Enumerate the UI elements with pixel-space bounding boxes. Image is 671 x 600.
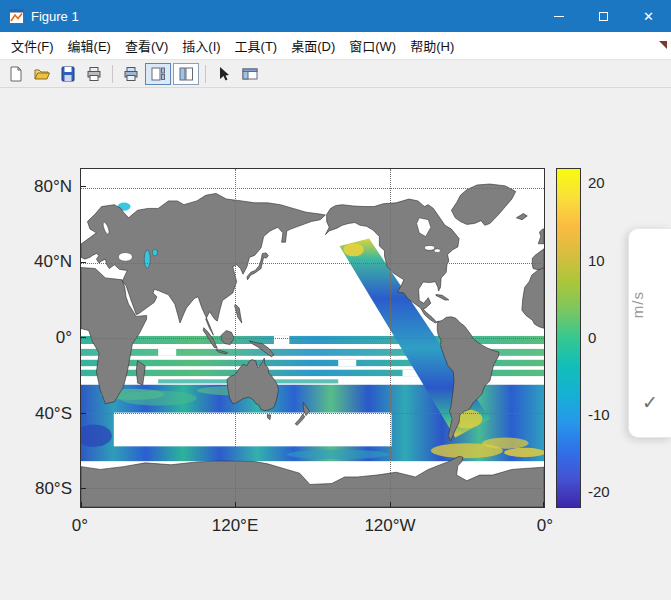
close-icon: ✕ — [643, 10, 654, 23]
print-preview-button[interactable] — [119, 63, 143, 85]
figure-palette-icon — [149, 65, 167, 83]
xtick-120e: 120°E — [195, 516, 275, 536]
property-editor-button[interactable] — [238, 63, 262, 85]
aral-sea — [152, 249, 157, 256]
property-editor-icon — [241, 65, 259, 83]
print-icon — [85, 65, 103, 83]
maximize-button[interactable] — [581, 0, 626, 32]
print-button[interactable] — [82, 63, 106, 85]
menu-help[interactable]: 帮助(H) — [403, 31, 461, 60]
colorbar-tick-0: 0 — [588, 329, 630, 347]
print-preview-icon — [122, 65, 140, 83]
xtick-0e: 0° — [40, 516, 120, 536]
window-controls: ✕ — [536, 0, 671, 32]
colorbar-tick-neg10: -10 — [588, 406, 630, 424]
plot-browser-icon — [177, 65, 195, 83]
window-title: Figure 1 — [31, 9, 79, 24]
figure-palette-toggle-button[interactable] — [145, 63, 171, 85]
toolbar-separator — [112, 65, 113, 83]
world-map — [81, 169, 544, 507]
black-sea — [118, 253, 132, 262]
colorbar-tick-neg20: -20 — [588, 483, 630, 501]
toolbar-separator — [205, 65, 206, 83]
colorbar-gradient — [556, 168, 581, 508]
menubar-overflow-icon[interactable] — [659, 41, 667, 49]
landmass-antarctica — [81, 456, 544, 507]
menu-insert[interactable]: 插入(I) — [175, 31, 227, 60]
menu-tools[interactable]: 工具(T) — [228, 31, 285, 60]
caspian-sea — [144, 250, 150, 268]
landmass-uk-fragment — [538, 229, 544, 244]
menubar: 文件(F) 编辑(E) 查看(V) 插入(I) 工具(T) 桌面(D) 窗口(W… — [0, 32, 671, 60]
menu-edit[interactable]: 编辑(E) — [61, 31, 118, 60]
save-button[interactable] — [56, 63, 80, 85]
colorbar-tick-20: 20 — [588, 174, 630, 192]
new-document-button[interactable] — [4, 63, 28, 85]
menu-desktop[interactable]: 桌面(D) — [284, 31, 342, 60]
landmass-west-africa-fragment — [522, 268, 544, 329]
figure-toolbar — [0, 60, 671, 88]
matlab-figure-icon — [9, 9, 24, 24]
landmass-greenland — [451, 184, 515, 225]
landmass-cuba — [436, 294, 449, 300]
landmass-philippines — [235, 304, 242, 323]
ytick-80n: 80°N — [0, 177, 72, 197]
figure-canvas: 80°N 40°N 0° 40°S 80°S 0° 120°E 120°W 0°… — [0, 88, 671, 600]
edit-plot-arrow-icon — [215, 65, 233, 83]
maximize-icon — [599, 12, 608, 21]
close-button[interactable]: ✕ — [626, 0, 671, 32]
great-lakes — [434, 249, 440, 253]
menu-file[interactable]: 文件(F) — [4, 31, 61, 60]
minimize-button[interactable] — [536, 0, 581, 32]
titlebar: Figure 1 ✕ — [0, 0, 671, 32]
units-label: m/s — [629, 291, 671, 318]
ytick-80s: 80°S — [0, 479, 72, 499]
xtick-120w: 120°W — [350, 516, 430, 536]
open-folder-button[interactable] — [30, 63, 54, 85]
great-lakes — [424, 245, 434, 250]
flyout-panel: m/s ✓ — [628, 228, 671, 438]
new-document-icon — [7, 65, 25, 83]
menu-window[interactable]: 窗口(W) — [342, 31, 403, 60]
menu-view[interactable]: 查看(V) — [118, 31, 175, 60]
plot-browser-toggle-button[interactable] — [173, 63, 199, 85]
edit-plot-button[interactable] — [212, 63, 236, 85]
xtick-0w: 0° — [505, 516, 585, 536]
figure-window: Figure 1 ✕ 文件(F) 编辑(E) 查看(V) 插入(I) 工具(T)… — [0, 0, 671, 600]
open-folder-icon — [33, 65, 51, 83]
ytick-40n: 40°N — [0, 252, 72, 272]
save-icon — [59, 65, 77, 83]
ytick-0: 0° — [0, 328, 72, 348]
map-axes — [80, 168, 545, 508]
landmass-iberia-fragment — [532, 249, 544, 271]
landmass-iceland — [516, 214, 527, 220]
colorbar-tick-10: 10 — [588, 252, 630, 270]
check-icon[interactable]: ✓ — [629, 391, 671, 414]
ytick-40s: 40°S — [0, 404, 72, 424]
minimize-icon — [554, 16, 564, 17]
